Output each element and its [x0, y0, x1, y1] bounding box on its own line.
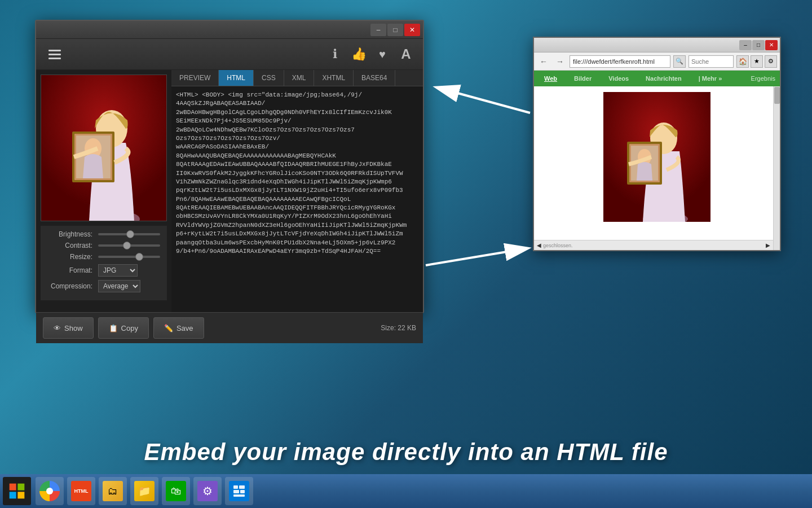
app6-icon	[229, 481, 249, 501]
image-panel: Brightness: Contrast: Resize:	[36, 70, 171, 312]
heart-icon[interactable]: ♥	[374, 46, 391, 63]
copy-button[interactable]: 📋 Copy	[98, 317, 149, 339]
tab-bar: PREVIEW HTML CSS XML XHTML BASE64	[171, 70, 423, 86]
contrast-thumb	[123, 242, 131, 249]
taskbar-html-editor[interactable]: HTML	[67, 477, 95, 505]
browser-search-go[interactable]: 🔍	[673, 55, 686, 68]
hamburger-line-2	[48, 54, 61, 55]
svg-rect-22	[17, 492, 24, 498]
chrome-icon	[39, 481, 60, 501]
browser-nav-next[interactable]: ▶	[766, 242, 770, 248]
font-icon[interactable]: A	[398, 46, 414, 63]
info-icon[interactable]: ℹ	[326, 46, 343, 63]
show-label: Show	[64, 324, 83, 332]
code-panel: PREVIEW HTML CSS XML XHTML BASE64 <HTML>…	[171, 70, 423, 312]
browser-star-button[interactable]: ★	[751, 55, 763, 68]
compression-select[interactable]: Low Average High	[98, 280, 140, 292]
browser-home-button[interactable]: 🏠	[736, 55, 749, 68]
start-button[interactable]	[3, 477, 31, 505]
taskbar-files[interactable]: 🗂	[99, 477, 127, 505]
browser-tab-nachrichten[interactable]: Nachrichten	[640, 73, 687, 84]
browser-embedded-image	[603, 92, 710, 222]
browser-maximize-button[interactable]: □	[752, 40, 765, 50]
app6-svg-icon	[233, 485, 245, 497]
brightness-label: Brightness:	[47, 230, 98, 238]
browser-back-button[interactable]: ←	[537, 55, 550, 68]
browser-action-buttons: 🏠 ★ ⚙	[736, 55, 777, 68]
settings-icon: ⚙	[197, 481, 218, 501]
browser-toolbar: ← → file:///dwefdert/ferfkenroft.html 🔍 …	[534, 52, 780, 71]
thumb-icon[interactable]: 👍	[350, 46, 367, 63]
close-button[interactable]: ✕	[404, 24, 420, 36]
tab-xml[interactable]: XML	[284, 70, 315, 86]
browser-tab-web[interactable]: Web	[539, 73, 563, 84]
browser-address-bar[interactable]: file:///dwefdert/ferfkenroft.html	[570, 55, 670, 68]
compression-label: Compression:	[47, 282, 98, 290]
compression-row: Compression: Low Average High	[47, 280, 160, 292]
browser-scrollbar[interactable]	[773, 86, 780, 250]
maximize-button[interactable]: □	[387, 24, 403, 36]
brightness-slider[interactable]	[98, 233, 160, 235]
browser-ergebnis: Ergebnis	[751, 75, 775, 82]
tab-css[interactable]: CSS	[254, 70, 284, 86]
show-button[interactable]: 👁 Show	[43, 317, 94, 339]
code-content-area[interactable]: <HTML> <BODY> <img src="data:image/jpg;b…	[171, 86, 423, 312]
save-button[interactable]: ✏️ Save	[153, 317, 204, 339]
brightness-row: Brightness:	[47, 230, 160, 238]
show-icon: 👁	[54, 324, 61, 332]
taskbar-chrome[interactable]	[36, 477, 64, 505]
contrast-row: Contrast:	[47, 242, 160, 249]
save-icon: ✏️	[164, 324, 173, 332]
svg-rect-20	[17, 484, 24, 491]
hamburger-icon	[48, 50, 61, 59]
save-label: Save	[176, 324, 193, 332]
contrast-slider[interactable]	[98, 244, 160, 247]
browser-nav-prev[interactable]: ◀	[537, 242, 541, 248]
windows-logo-icon	[8, 482, 26, 500]
browser-titlebar: – □ ✕	[534, 38, 780, 52]
minimize-button[interactable]: –	[370, 24, 386, 36]
browser-forward-button[interactable]: →	[553, 55, 567, 68]
app-toolbar: ℹ 👍 ♥ A	[36, 39, 423, 70]
hamburger-line-1	[48, 50, 61, 51]
svg-rect-25	[233, 490, 239, 493]
svg-rect-26	[240, 490, 245, 493]
taskbar-app6[interactable]	[225, 477, 253, 505]
files-icon: 🗂	[103, 481, 123, 501]
app-titlebar: – □ ✕	[36, 21, 423, 39]
toolbar-icon-group: ℹ 👍 ♥ A	[326, 46, 414, 63]
resize-thumb	[135, 253, 143, 261]
format-select[interactable]: JPG PNG GIF	[98, 264, 138, 277]
resize-row: Resize:	[47, 253, 160, 261]
browser-settings-button[interactable]: ⚙	[765, 55, 777, 68]
contrast-label: Contrast:	[47, 242, 98, 249]
taskbar-explorer[interactable]: 📁	[130, 477, 158, 505]
browser-tab-bilder[interactable]: Bilder	[568, 73, 597, 84]
resize-slider[interactable]	[98, 256, 160, 258]
image-preview	[41, 75, 167, 221]
tab-html[interactable]: HTML	[219, 70, 254, 86]
browser-close-button[interactable]: ✕	[765, 40, 778, 50]
taskbar-settings[interactable]: ⚙	[193, 477, 222, 505]
taskbar-store[interactable]: 🛍	[162, 477, 190, 505]
svg-rect-27	[233, 494, 245, 497]
copy-icon: 📋	[109, 324, 118, 332]
tab-preview[interactable]: PREVIEW	[171, 70, 219, 86]
tab-xhtml[interactable]: XHTML	[314, 70, 354, 86]
preview-background	[41, 75, 166, 221]
copy-label: Copy	[121, 324, 138, 332]
menu-button[interactable]	[45, 45, 64, 64]
browser-content: ◀ geschlossen. ▶	[534, 86, 780, 250]
svg-rect-23	[233, 485, 238, 489]
format-label: Format:	[47, 266, 98, 274]
svg-rect-19	[10, 484, 16, 491]
browser-tab-mehr[interactable]: | Mehr »	[693, 73, 728, 84]
controls-panel: Brightness: Contrast: Resize:	[41, 226, 167, 300]
explorer-icon: 📁	[134, 481, 155, 501]
browser-tab-videos[interactable]: Videos	[603, 73, 634, 84]
tab-base64[interactable]: BASE64	[354, 70, 395, 86]
browser-minimize-button[interactable]: –	[739, 40, 752, 50]
store-icon: 🛍	[166, 481, 186, 501]
taskbar: HTML 🗂 📁 🛍 ⚙	[0, 474, 812, 508]
browser-search-input[interactable]	[689, 55, 734, 68]
